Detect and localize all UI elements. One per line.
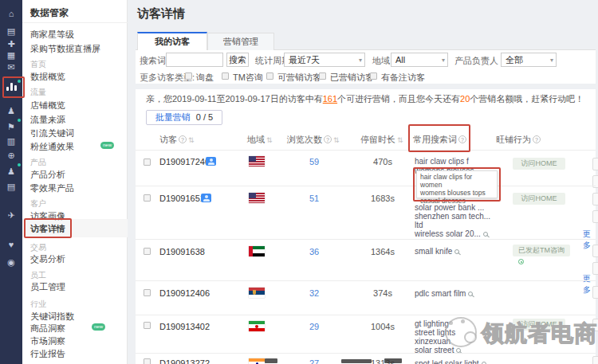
sidebar-item-keywords[interactable]: 引流关键词: [30, 127, 74, 139]
buyer-badge-icon: [206, 157, 216, 166]
row-checkbox[interactable]: [144, 159, 151, 166]
visitor-id[interactable]: D190912406: [159, 288, 210, 298]
search-keyword-icon[interactable]: [483, 232, 488, 237]
sidebar-item-zero-effect[interactable]: 零效果产品: [30, 182, 74, 194]
period-select[interactable]: 最近7天 ▾: [284, 53, 365, 67]
sidebar-section-traffic: 流量: [30, 87, 46, 98]
contacts-icon[interactable]: ♟: [0, 105, 22, 116]
views-link[interactable]: 36: [297, 247, 332, 256]
sidebar-item-visitor-profile[interactable]: 访客画像: [30, 210, 65, 222]
visitor-id[interactable]: D190913272: [159, 358, 210, 364]
globe-icon[interactable]: ⊕: [0, 150, 22, 161]
views-link[interactable]: 59: [297, 157, 332, 166]
members-icon[interactable]: ♟: [0, 166, 22, 177]
orders-icon[interactable]: ▥: [0, 135, 22, 147]
store-icon[interactable]: ▤: [0, 25, 22, 37]
checkbox-tm-consult[interactable]: [222, 72, 229, 80]
owner-label: 产品负责人: [454, 53, 498, 68]
checkbox-inquiry[interactable]: [185, 72, 192, 80]
search-button[interactable]: 搜索: [226, 53, 249, 67]
action-button-stub[interactable]: [592, 210, 598, 223]
row-checkbox[interactable]: [144, 194, 151, 202]
sidebar-item-traffic-source[interactable]: 流量来源: [30, 114, 65, 126]
sort-icon[interactable]: ⇅: [188, 136, 195, 144]
duration-value: 470s: [363, 157, 403, 166]
sidebar-item-visitor-details[interactable]: 访客详情: [30, 223, 65, 235]
checkbox-marketable[interactable]: [266, 72, 273, 80]
visitor-id[interactable]: D190913402: [159, 322, 210, 331]
visitor-id[interactable]: D19091651: [159, 194, 205, 203]
send-icon[interactable]: ✈: [0, 209, 22, 221]
row-checkbox[interactable]: [144, 322, 151, 329]
new-badge: new: [92, 323, 105, 331]
owner-select[interactable]: 全部 ▾: [501, 53, 557, 67]
visitor-details-screen: ⌂ ▤ ✚ ▦ ✉ ♟ ⚑ ▥ ⊕ ♟ ▤ ✈ ♥ ◉ 数据管家 商家星等级 采…: [0, 0, 598, 364]
action-button-stub[interactable]: [592, 245, 598, 257]
message-icon[interactable]: ✉: [0, 61, 22, 72]
col-duration: 停留时长⇅: [360, 134, 403, 146]
briefcase-icon[interactable]: ▤: [0, 181, 22, 192]
row-checkbox[interactable]: [144, 289, 151, 296]
views-link[interactable]: 27: [297, 358, 332, 364]
views-link[interactable]: 29: [297, 322, 332, 331]
action-button-stub[interactable]: [592, 158, 598, 170]
sidebar-item-product-insight[interactable]: 商品洞察: [30, 323, 65, 335]
checkbox-noted[interactable]: [370, 72, 377, 80]
sidebar-section-customer: 客户: [30, 198, 46, 209]
row-checkbox[interactable]: [144, 358, 151, 364]
apps-icon[interactable]: ▦: [0, 49, 22, 61]
supplier-icon[interactable]: ◉: [0, 256, 22, 268]
action-button-stub[interactable]: [592, 193, 598, 205]
shield-icon[interactable]: ✚: [0, 38, 22, 49]
search-keyword-icon[interactable]: [468, 292, 473, 296]
sort-icon[interactable]: ⇅: [266, 136, 273, 144]
col-region: 地域⇅: [247, 134, 273, 146]
visitor-id[interactable]: D19091638: [159, 247, 205, 256]
region-select[interactable]: All ▾: [391, 53, 448, 67]
checkbox-marketed[interactable]: [319, 72, 326, 80]
sidebar-item-industry-report[interactable]: 行业报告: [30, 348, 65, 360]
checkbox-inquiry-label: 询盘: [196, 72, 214, 82]
bulk-marketing-count: 0 / 5: [196, 112, 213, 122]
action-button-stub[interactable]: [592, 262, 598, 275]
visitor-id[interactable]: D190917240: [159, 157, 210, 166]
duration-value: 1364s: [363, 247, 403, 256]
flag-iran-icon: [249, 321, 265, 331]
home-icon[interactable]: ⌂: [0, 8, 22, 19]
sort-icon[interactable]: ⇅: [397, 136, 403, 144]
sidebar-section-staff: 员工: [30, 270, 46, 281]
row-checkbox[interactable]: [144, 248, 151, 255]
sidebar-item-keyword-index[interactable]: 关键词指数: [30, 311, 74, 323]
search-keyword-icon[interactable]: [454, 249, 459, 254]
bulk-marketing-button[interactable]: 批量营销 0 / 5: [146, 110, 222, 125]
sort-icon[interactable]: ⇅: [333, 136, 340, 144]
buyer-badge-icon: [201, 194, 211, 202]
marketable-count: 161: [323, 94, 337, 104]
search-input[interactable]: [166, 53, 223, 67]
col-keywords: 常用搜索词?: [413, 134, 466, 146]
sidebar-item-merchant-star[interactable]: 商家星等级: [30, 29, 74, 41]
action-button-stub[interactable]: [592, 356, 598, 364]
sidebar-item-trade-analysis[interactable]: 交易分析: [30, 253, 65, 265]
views-link[interactable]: 51: [297, 194, 332, 203]
bulk-marketing-label: 批量营销: [155, 112, 191, 122]
sidebar-item-procurement-live[interactable]: 采购节数据直播屏: [30, 43, 100, 55]
sidebar-item-staff-mgmt[interactable]: 员工管理: [30, 281, 65, 293]
tab-marketing-mgmt[interactable]: 营销管理: [207, 33, 274, 50]
sidebar-item-shop-overview[interactable]: 店铺概览: [30, 100, 65, 112]
keyword-line: gt lighting: [415, 319, 510, 328]
tab-my-visitors[interactable]: 我的访客: [137, 32, 207, 50]
table-row: D190912406 32 374s pdlc smart film: [136, 280, 596, 315]
heart-icon[interactable]: ♥: [0, 239, 22, 250]
behavior-tag: 访问HOME: [513, 193, 565, 205]
action-button-stub[interactable]: [592, 286, 598, 299]
region-value: All: [395, 55, 405, 65]
sidebar-item-fans-effect[interactable]: 粉丝通效果: [30, 141, 74, 153]
sidebar-item-market-insight[interactable]: 市场洞察: [30, 335, 65, 347]
sidebar-item-product-analysis[interactable]: 产品分析: [30, 169, 65, 181]
sidebar-item-data-overview[interactable]: 数据概览: [30, 71, 65, 83]
flag-icon[interactable]: ⚑: [0, 121, 22, 132]
views-link[interactable]: 32: [297, 288, 332, 298]
analytics-chart-icon[interactable]: [6, 82, 17, 91]
action-button-stub[interactable]: [592, 319, 598, 331]
